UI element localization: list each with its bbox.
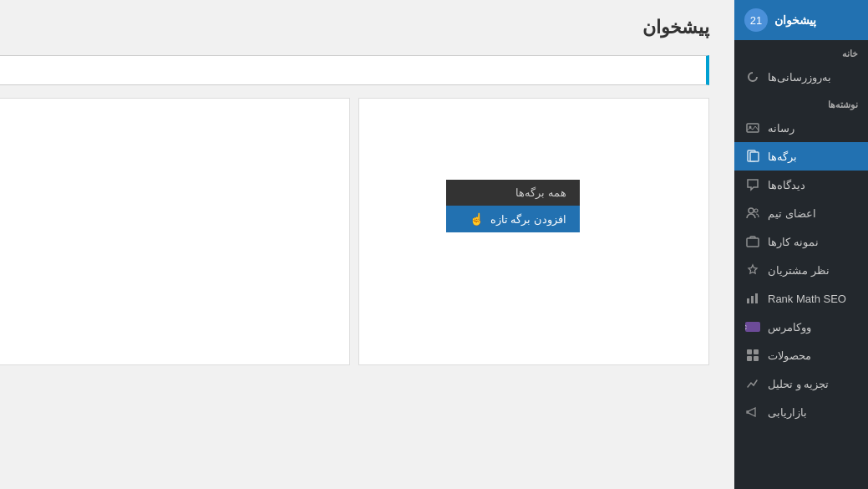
woocommerce-label: ووکامرس <box>768 321 811 334</box>
products-icon <box>744 347 761 364</box>
svg-rect-7 <box>747 298 749 303</box>
svg-rect-3 <box>750 152 759 161</box>
pages-icon <box>744 148 761 165</box>
all-pages-item[interactable]: همه برگه‌ها <box>446 180 580 206</box>
svg-rect-6 <box>747 238 759 247</box>
main-content: پیشخوان همه برگه‌ها افزودن برگه‌ تازه ☝ <box>0 0 734 489</box>
analytics-label: تجزیه و تحلیل <box>768 378 829 390</box>
dashboard-icon: 21 <box>744 8 768 32</box>
page-title: پیشخوان <box>0 17 709 38</box>
updates-label: به‌روزرسانی‌ها <box>768 71 831 84</box>
rankmath-icon <box>744 290 761 307</box>
marketing-icon <box>744 404 761 420</box>
products-label: محصولات <box>768 349 811 362</box>
sidebar-item-rankmath[interactable]: Rank Math SEO <box>734 284 868 313</box>
svg-rect-9 <box>755 293 758 303</box>
pages-dropdown: همه برگه‌ها افزودن برگه‌ تازه ☝ <box>446 180 580 232</box>
sidebar-header-label: پیشخوان <box>774 13 816 27</box>
sidebar-item-pages[interactable]: برگه‌ها <box>734 142 868 171</box>
svg-rect-13 <box>754 349 759 354</box>
section-home: خانه <box>734 40 868 63</box>
analytics-icon <box>744 375 761 392</box>
pages-label: برگه‌ها <box>768 150 797 163</box>
team-label: اعضای تیم <box>768 207 816 220</box>
comments-icon <box>744 176 761 193</box>
updates-icon <box>744 69 761 85</box>
sidebar-item-reviews[interactable]: نظر مشتریان <box>734 256 868 284</box>
cursor-icon: ☝ <box>470 212 484 226</box>
sidebar: پیشخوان 21 خانه به‌روزرسانی‌ها نوشته‌ها … <box>734 0 868 489</box>
sidebar-header[interactable]: پیشخوان 21 <box>734 0 868 40</box>
sidebar-item-portfolio[interactable]: نمونه کارها <box>734 227 868 256</box>
svg-text:WC: WC <box>745 324 747 330</box>
content-box-2 <box>0 98 350 365</box>
rankmath-label: Rank Math SEO <box>768 293 846 305</box>
sidebar-item-woocommerce[interactable]: ووکامرس WC <box>734 313 868 341</box>
svg-rect-8 <box>751 296 754 303</box>
reviews-label: نظر مشتریان <box>768 264 830 277</box>
sidebar-item-team[interactable]: اعضای تیم <box>734 199 868 227</box>
media-icon <box>744 120 761 136</box>
portfolio-label: نمونه کارها <box>768 236 819 248</box>
reviews-icon <box>744 262 761 278</box>
sidebar-item-updates[interactable]: به‌روزرسانی‌ها <box>734 63 868 91</box>
svg-rect-12 <box>747 349 752 354</box>
add-page-item[interactable]: افزودن برگه‌ تازه ☝ <box>446 206 580 232</box>
sidebar-item-media[interactable]: رسانه <box>734 114 868 142</box>
search-bar[interactable] <box>0 55 709 85</box>
content-boxes <box>0 98 709 365</box>
svg-point-4 <box>749 208 754 213</box>
svg-rect-14 <box>747 356 752 361</box>
sidebar-item-marketing[interactable]: بازاریابی <box>734 398 868 426</box>
comments-label: دیدگاه‌ها <box>768 179 805 191</box>
sidebar-item-comments[interactable]: دیدگاه‌ها <box>734 171 868 199</box>
portfolio-icon <box>744 233 761 250</box>
sidebar-item-products[interactable]: محصولات <box>734 341 868 369</box>
woocommerce-icon: WC <box>744 318 761 335</box>
media-label: رسانه <box>768 122 794 135</box>
section-posts: نوشته‌ها <box>734 91 868 114</box>
sidebar-item-analytics[interactable]: تجزیه و تحلیل <box>734 369 868 398</box>
svg-point-5 <box>754 209 758 212</box>
marketing-label: بازاریابی <box>768 406 807 419</box>
svg-rect-10 <box>745 322 760 332</box>
team-icon <box>744 205 761 222</box>
svg-rect-15 <box>754 356 759 361</box>
